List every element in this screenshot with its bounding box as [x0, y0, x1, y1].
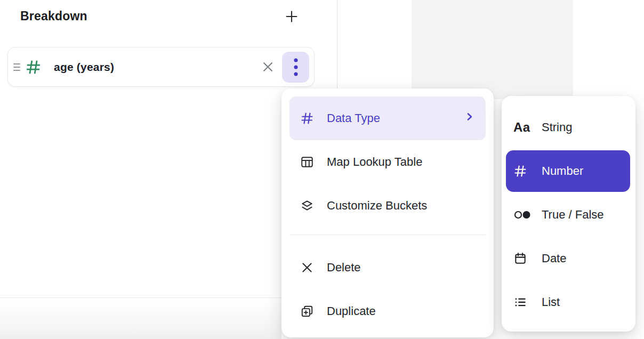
menu-item-label: Duplicate: [327, 304, 376, 318]
submenu-item-label: Date: [542, 252, 566, 265]
submenu-item-string[interactable]: Aa String: [506, 106, 630, 149]
text-aa-icon: Aa: [513, 120, 533, 135]
chevron-right-icon: [465, 111, 474, 125]
panel-bottom-edge: [0, 297, 281, 339]
table-icon: [300, 155, 314, 169]
hash-icon: [513, 164, 533, 179]
menu-item-customize-buckets[interactable]: Customize Buckets: [289, 184, 486, 228]
breakdown-editor: Breakdown age (years): [0, 0, 644, 339]
list-icon: [513, 295, 533, 310]
field-context-menu: Data Type Map Lookup Table: [281, 88, 494, 337]
drag-handle-icon[interactable]: [12, 60, 22, 74]
submenu-item-label: String: [542, 120, 572, 134]
number-type-hash-icon: [25, 59, 42, 75]
stack-icon: [300, 199, 314, 213]
submenu-item-list[interactable]: List: [506, 280, 630, 324]
breakdown-title: Breakdown: [20, 9, 87, 23]
menu-item-duplicate[interactable]: Duplicate: [289, 289, 486, 333]
kebab-icon: [293, 57, 299, 78]
calendar-icon: [513, 251, 533, 266]
chart-placeholder-panel: [412, 0, 573, 99]
x-icon: [261, 60, 275, 74]
menu-item-label: Data Type: [327, 111, 380, 125]
panel-divider: [337, 0, 337, 91]
menu-divider: [289, 235, 486, 235]
boolean-circles-icon: [513, 207, 533, 222]
add-breakdown-button[interactable]: [283, 7, 301, 26]
copy-plus-icon: [300, 304, 314, 318]
menu-item-data-type[interactable]: Data Type: [289, 96, 486, 140]
submenu-item-true-false[interactable]: True / False: [506, 193, 630, 237]
submenu-item-label: Number: [542, 164, 583, 178]
submenu-item-label: True / False: [542, 208, 604, 222]
remove-field-button[interactable]: [257, 57, 278, 77]
plus-icon: [284, 9, 300, 25]
menu-item-label: Delete: [327, 261, 361, 275]
breakdown-field-row[interactable]: age (years): [7, 47, 315, 87]
submenu-item-date[interactable]: Date: [506, 237, 630, 280]
menu-item-delete[interactable]: Delete: [289, 246, 486, 289]
field-more-options-button[interactable]: [282, 52, 309, 83]
submenu-item-label: List: [542, 295, 560, 309]
menu-item-label: Map Lookup Table: [327, 155, 422, 169]
submenu-item-number[interactable]: Number: [506, 150, 630, 192]
menu-item-label: Customize Buckets: [327, 199, 427, 213]
hash-icon: [300, 111, 314, 125]
field-label: age (years): [54, 60, 114, 73]
menu-item-map-lookup-table[interactable]: Map Lookup Table: [289, 140, 486, 184]
data-type-submenu: Aa String Number True / False: [502, 96, 635, 332]
x-icon: [300, 261, 314, 275]
